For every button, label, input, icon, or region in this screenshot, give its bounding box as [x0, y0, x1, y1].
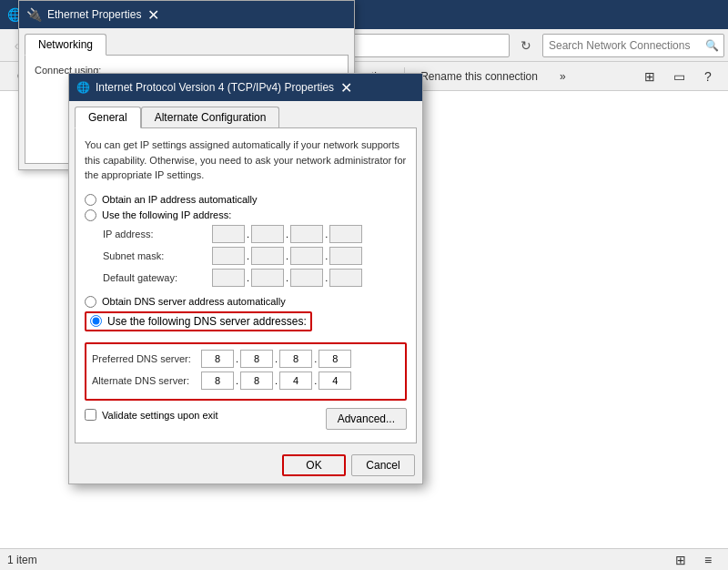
status-right: ⊞ ≡ — [668, 548, 721, 571]
pdns-seg4[interactable] — [318, 350, 351, 368]
subnet-input: . . . — [212, 247, 362, 265]
ip-address-input: . . . — [212, 225, 362, 243]
subnet-row: Subnet mask: . . . — [103, 247, 407, 265]
ip-fields: IP address: . . . Subnet mask: . . — [103, 225, 407, 287]
ipv4-tab-general[interactable]: General — [75, 107, 141, 128]
gateway-label: Default gateway: — [103, 272, 212, 283]
adns-seg1[interactable] — [201, 372, 234, 390]
pdns-seg2[interactable] — [240, 350, 273, 368]
more-button[interactable]: » — [550, 65, 576, 88]
ip-seg1[interactable] — [212, 225, 245, 243]
advanced-button[interactable]: Advanced... — [326, 408, 407, 430]
ip-seg3[interactable] — [290, 225, 323, 243]
adns-seg4[interactable] — [318, 372, 351, 390]
dns-fields-box: Preferred DNS server: . . . Alternate DN… — [85, 342, 407, 401]
cancel-button[interactable]: Cancel — [351, 454, 415, 476]
manual-ip-group: Use the following IP address: — [85, 209, 407, 221]
validate-checkbox-label[interactable]: Validate settings upon exit — [85, 409, 218, 421]
subnet-seg2[interactable] — [251, 247, 284, 265]
gw-seg2[interactable] — [251, 269, 284, 287]
validate-checkbox[interactable] — [85, 409, 96, 421]
help-button[interactable]: ? — [695, 65, 721, 88]
auto-dns-label[interactable]: Obtain DNS server address automatically — [85, 296, 407, 308]
subnet-label: Subnet mask: — [103, 250, 212, 261]
preferred-dns-input: . . . — [201, 350, 351, 368]
ipv4-content: You can get IP settings assigned automat… — [75, 127, 417, 443]
adns-seg2[interactable] — [240, 372, 273, 390]
manual-dns-highlight-wrapper: Use the following DNS server addresses: — [85, 311, 407, 337]
adns-seg3[interactable] — [279, 372, 312, 390]
search-wrapper: 🔍 — [542, 34, 724, 57]
auto-dns-radio[interactable] — [85, 296, 96, 308]
refresh-button[interactable]: ↻ — [513, 33, 539, 58]
bottom-row: Validate settings upon exit Advanced... — [85, 408, 407, 430]
search-input[interactable] — [542, 34, 724, 57]
status-items: 1 item — [7, 554, 37, 566]
rename-button[interactable]: Rename this connection — [410, 65, 548, 88]
ipv4-dialog-buttons: OK Cancel — [69, 449, 422, 483]
auto-ip-group: Obtain an IP address automatically — [85, 194, 407, 206]
auto-ip-radio[interactable] — [85, 194, 96, 206]
ethernet-tab-networking[interactable]: Networking — [25, 34, 106, 56]
alternate-dns-row: Alternate DNS server: . . . — [92, 372, 399, 390]
ip-address-row: IP address: . . . — [103, 225, 407, 243]
manual-ip-label[interactable]: Use the following IP address: — [85, 209, 407, 221]
ok-button[interactable]: OK — [282, 454, 346, 476]
ip-address-label: IP address: — [103, 229, 212, 239]
view-list-icon[interactable]: ≡ — [695, 548, 721, 571]
ethernet-dialog-icon: 🔌 — [26, 7, 42, 22]
alternate-dns-label: Alternate DNS server: — [92, 375, 201, 386]
manual-ip-text: Use the following IP address: — [102, 209, 231, 220]
ipv4-dialog: 🌐 Internet Protocol Version 4 (TCP/IPv4)… — [68, 73, 423, 484]
gateway-row: Default gateway: . . . — [103, 269, 407, 287]
subnet-seg3[interactable] — [290, 247, 323, 265]
ethernet-tabs: Networking — [19, 28, 354, 55]
ethernet-dialog-title: Ethernet Properties — [47, 8, 141, 21]
manual-ip-radio[interactable] — [85, 209, 96, 221]
ipv4-info-text: You can get IP settings assigned automat… — [85, 137, 407, 183]
manual-dns-text: Use the following DNS server addresses: — [107, 315, 307, 328]
manual-dns-highlight: Use the following DNS server addresses: — [85, 311, 312, 331]
status-bar: 1 item ⊞ ≡ — [0, 548, 728, 570]
preferred-dns-label: Preferred DNS server: — [92, 353, 201, 364]
ip-seg4[interactable] — [329, 225, 362, 243]
pdns-seg1[interactable] — [201, 350, 234, 368]
alternate-dns-input: . . . — [201, 372, 351, 390]
subnet-seg1[interactable] — [212, 247, 245, 265]
ipv4-close-button[interactable]: ✕ — [334, 76, 358, 99]
pdns-seg3[interactable] — [279, 350, 312, 368]
ethernet-close-button[interactable]: ✕ — [141, 3, 165, 26]
ipv4-tabs: General Alternate Configuration — [69, 101, 422, 127]
ipv4-tab-alternate[interactable]: Alternate Configuration — [141, 107, 280, 127]
ethernet-title-bar: 🔌 Ethernet Properties ✕ — [19, 1, 354, 28]
view-large-icon[interactable]: ⊞ — [668, 548, 693, 571]
auto-dns-group: Obtain DNS server address automatically — [85, 296, 407, 308]
preferred-dns-row: Preferred DNS server: . . . — [92, 350, 399, 368]
gw-seg3[interactable] — [290, 269, 323, 287]
preview-pane-button[interactable]: ▭ — [666, 65, 692, 88]
auto-ip-text: Obtain an IP address automatically — [102, 194, 257, 205]
ipv4-dialog-icon: 🌐 — [76, 81, 90, 94]
gw-seg4[interactable] — [329, 269, 362, 287]
validate-text: Validate settings upon exit — [102, 410, 218, 421]
view-toggle-button[interactable]: ⊞ — [637, 65, 662, 88]
manual-dns-radio[interactable] — [90, 315, 102, 327]
auto-dns-text: Obtain DNS server address automatically — [102, 296, 286, 307]
toolbar-right: ⊞ ▭ ? — [637, 65, 721, 88]
ip-seg2[interactable] — [251, 225, 284, 243]
auto-ip-label[interactable]: Obtain an IP address automatically — [85, 194, 407, 206]
gw-seg1[interactable] — [212, 269, 245, 287]
gateway-input: . . . — [212, 269, 362, 287]
ipv4-title-bar: 🌐 Internet Protocol Version 4 (TCP/IPv4)… — [69, 74, 422, 101]
ipv4-dialog-title: Internet Protocol Version 4 (TCP/IPv4) P… — [96, 81, 334, 94]
subnet-seg4[interactable] — [329, 247, 362, 265]
